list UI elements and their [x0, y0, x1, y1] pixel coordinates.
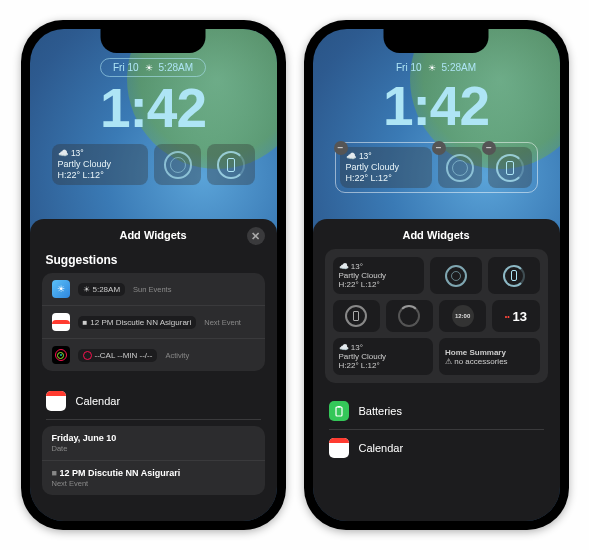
battery-widget[interactable]	[207, 144, 254, 185]
suggestion-item[interactable]: ■12 PM Discutie NN Asigurari Next Event	[42, 306, 265, 339]
divider	[46, 419, 261, 420]
weather-widget[interactable]: ☁️ 13° Partly Cloudy H:22° L:12°	[52, 144, 149, 185]
battery-widget[interactable]: −	[488, 147, 532, 188]
suggestions-heading: Suggestions	[46, 253, 261, 267]
phone-mockup-1: Fri 10 ☀ 5:28AM 1:42 ☁️ 13° Partly Cloud…	[21, 20, 286, 530]
lock-screen: Fri 10 ☀ 5:28AM 1:42 ☁️ 13° Partly Cloud…	[30, 29, 277, 521]
weather-app-icon: ☀	[52, 280, 70, 298]
battery-ring-icon	[503, 265, 525, 287]
app-list-row[interactable]: Calendar	[325, 430, 548, 466]
sheet-header: Add Widgets ✕	[30, 219, 277, 249]
preview-circles[interactable]	[430, 257, 482, 294]
close-icon: ✕	[251, 230, 260, 243]
app-list-row[interactable]: Batteries	[325, 393, 548, 429]
preview-clock[interactable]: 12:00	[439, 300, 486, 332]
battery-ring-icon	[345, 305, 367, 327]
sunrise-icon: ☀	[428, 63, 436, 73]
remove-widget-button[interactable]: −	[334, 141, 348, 155]
clock-icon: 12:00	[452, 305, 474, 327]
circular-widget[interactable]	[154, 144, 201, 185]
preview-weather-wide[interactable]: ☁️ 13° Partly Cloudy H:22° L:12°	[333, 257, 425, 294]
phone-icon	[506, 161, 514, 175]
phone-icon	[227, 158, 235, 172]
preview-battery-alt[interactable]	[333, 300, 380, 332]
preview-gauge[interactable]	[386, 300, 433, 332]
date-day: Fri 10	[396, 62, 422, 73]
sheet-title: Add Widgets	[119, 229, 186, 241]
activity-app-icon	[52, 346, 70, 364]
preview-weather-wide-2[interactable]: ☁️ 13° Partly Cloudy H:22° L:12°	[333, 338, 434, 375]
circles-icon	[445, 265, 467, 287]
notch	[384, 29, 489, 53]
suggestion-item[interactable]: --CAL --MIN --/-- Activity	[42, 339, 265, 371]
app-label: Calendar	[76, 395, 121, 407]
calendar-widget-item[interactable]: Friday, June 10 Date	[42, 426, 265, 461]
lock-screen: Fri 10 ☀ 5:28AM 1:42 − ☁️ 13° Partly Clo…	[313, 29, 560, 521]
battery-ring-icon	[496, 154, 524, 182]
close-button[interactable]: ✕	[247, 227, 265, 245]
circles-icon	[446, 154, 474, 182]
sunrise-icon: ☀	[145, 63, 153, 73]
widget-edit-row[interactable]: − ☁️ 13° Partly Cloudy H:22° L:12° − −	[335, 142, 538, 193]
circles-icon	[164, 151, 192, 179]
suggestion-item[interactable]: ☀ ☀5:28AM Sun Events	[42, 273, 265, 306]
sheet-header: Add Widgets	[313, 219, 560, 249]
circular-widget[interactable]: −	[438, 147, 482, 188]
app-label: Batteries	[359, 405, 402, 417]
battery-ring-icon	[217, 151, 245, 179]
svg-rect-1	[337, 406, 340, 408]
notch	[101, 29, 206, 53]
lock-clock[interactable]: 1:42	[48, 81, 259, 136]
gauge-icon	[398, 305, 420, 327]
add-widgets-sheet: Add Widgets ✕ Suggestions ☀ ☀5:28AM Sun …	[30, 219, 277, 521]
weather-widget[interactable]: − ☁️ 13° Partly Cloudy H:22° L:12°	[340, 147, 432, 188]
calendar-icon	[329, 438, 349, 458]
suggestions-card: ☀ ☀5:28AM Sun Events ■12 PM Discutie NN …	[42, 273, 265, 371]
date-time: 5:28AM	[442, 62, 476, 73]
preview-battery[interactable]	[488, 257, 540, 294]
preview-calendar-date[interactable]: ••13	[492, 300, 539, 332]
widget-preview-grid: ☁️ 13° Partly Cloudy H:22° L:12° 12:00 •…	[325, 249, 548, 383]
calendar-app-icon	[52, 313, 70, 331]
calendar-icon	[46, 391, 66, 411]
calendar-widget-item[interactable]: ■ 12 PM Discutie NN Asigurari Next Event	[42, 461, 265, 495]
phone-mockup-2: Fri 10 ☀ 5:28AM 1:42 − ☁️ 13° Partly Clo…	[304, 20, 569, 530]
date-row-plain[interactable]: Fri 10 ☀ 5:28AM	[396, 62, 476, 73]
lock-clock[interactable]: 1:42	[331, 79, 542, 134]
remove-widget-button[interactable]: −	[432, 141, 446, 155]
date-pill[interactable]: Fri 10 ☀ 5:28AM	[100, 58, 206, 77]
add-widgets-sheet: Add Widgets ☁️ 13° Partly Cloudy H:22° L…	[313, 219, 560, 521]
date-time: 5:28AM	[159, 62, 193, 73]
batteries-icon	[329, 401, 349, 421]
remove-widget-button[interactable]: −	[482, 141, 496, 155]
sheet-title: Add Widgets	[402, 229, 469, 241]
date-day: Fri 10	[113, 62, 139, 73]
sunrise-icon: ☀	[83, 285, 90, 294]
app-label: Calendar	[359, 442, 404, 454]
app-list-row[interactable]: Calendar	[42, 383, 265, 419]
preview-home-summary[interactable]: Home Summary ⚠ no accessories	[439, 338, 540, 375]
svg-rect-0	[336, 407, 342, 416]
